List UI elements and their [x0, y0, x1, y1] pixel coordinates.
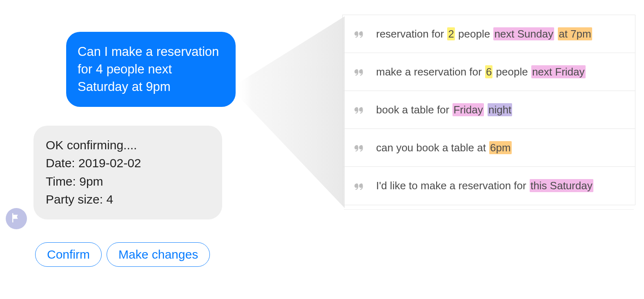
phrase-segment: reservation for — [376, 28, 447, 40]
example-phrase: make a reservation for 6 people next Fri… — [376, 66, 635, 78]
entity-highlight: 2 — [447, 27, 455, 40]
bot-party-value: 4 — [106, 193, 113, 206]
quick-replies: Confirm Make changes — [35, 242, 210, 267]
phrase-segment: I'd like to make a reservation for — [376, 179, 529, 192]
example-row[interactable]: reservation for 2 people next Sunday at … — [343, 15, 635, 53]
phrase-segment: make a reservation for — [376, 66, 485, 78]
phrase-segment: can you book a table at — [376, 142, 489, 154]
confirm-button[interactable]: Confirm — [35, 242, 102, 267]
quote-icon — [352, 180, 376, 192]
quote-icon — [352, 104, 376, 116]
bot-confirm-intro: OK confirming.... — [46, 136, 209, 154]
example-phrase: can you book a table at 6pm — [376, 142, 635, 154]
bot-date-value: 2019-02-02 — [78, 156, 141, 170]
example-row[interactable]: I'd like to make a reservation for this … — [343, 167, 635, 205]
entity-highlight: next Sunday — [493, 27, 554, 40]
entity-highlight: this Saturday — [530, 179, 593, 192]
quote-icon — [352, 28, 376, 40]
user-message-bubble: Can I make a reservation for 4 people ne… — [66, 32, 236, 107]
entity-highlight: Friday — [452, 103, 484, 116]
bot-time-value: 9pm — [79, 175, 103, 188]
example-row[interactable]: can you book a table at 6pm — [343, 129, 635, 167]
bot-date-label: Date: — [46, 156, 75, 170]
example-phrase: reservation for 2 people next Sunday at … — [376, 28, 635, 40]
entity-highlight: 6pm — [489, 141, 512, 154]
bot-party-line: Party size: 4 — [46, 190, 209, 208]
example-row[interactable]: make a reservation for 6 people next Fri… — [343, 53, 635, 91]
entity-highlight: night — [488, 103, 512, 116]
phrase-segment — [484, 104, 487, 116]
user-message-text: Can I make a reservation for 4 people ne… — [78, 44, 219, 94]
bot-avatar — [6, 208, 27, 229]
entity-highlight: next Friday — [531, 65, 586, 78]
flag-icon — [10, 212, 22, 226]
phrase-segment: people — [493, 66, 531, 78]
example-row[interactable]: book a table for Friday night — [343, 91, 635, 129]
scrollbar-stub — [344, 206, 634, 210]
bot-date-line: Date: 2019-02-02 — [46, 154, 209, 172]
training-examples-table: reservation for 2 people next Sunday at … — [342, 15, 635, 205]
quote-icon — [352, 142, 376, 154]
bot-time-line: Time: 9pm — [46, 173, 209, 190]
chat-pane: Can I make a reservation for 4 people ne… — [0, 0, 294, 299]
example-phrase: I'd like to make a reservation for this … — [376, 179, 635, 192]
quote-icon — [352, 66, 376, 78]
entity-highlight: 6 — [485, 65, 492, 78]
phrase-segment: book a table for — [376, 104, 452, 116]
entity-highlight: at 7pm — [558, 27, 592, 40]
make-changes-button[interactable]: Make changes — [107, 242, 210, 267]
phrase-segment — [555, 28, 557, 40]
bot-party-label: Party size: — [46, 193, 103, 206]
bot-message-bubble: OK confirming.... Date: 2019-02-02 Time:… — [33, 126, 222, 219]
phrase-segment: people — [455, 28, 493, 40]
bot-time-label: Time: — [46, 175, 76, 188]
example-phrase: book a table for Friday night — [376, 104, 635, 116]
